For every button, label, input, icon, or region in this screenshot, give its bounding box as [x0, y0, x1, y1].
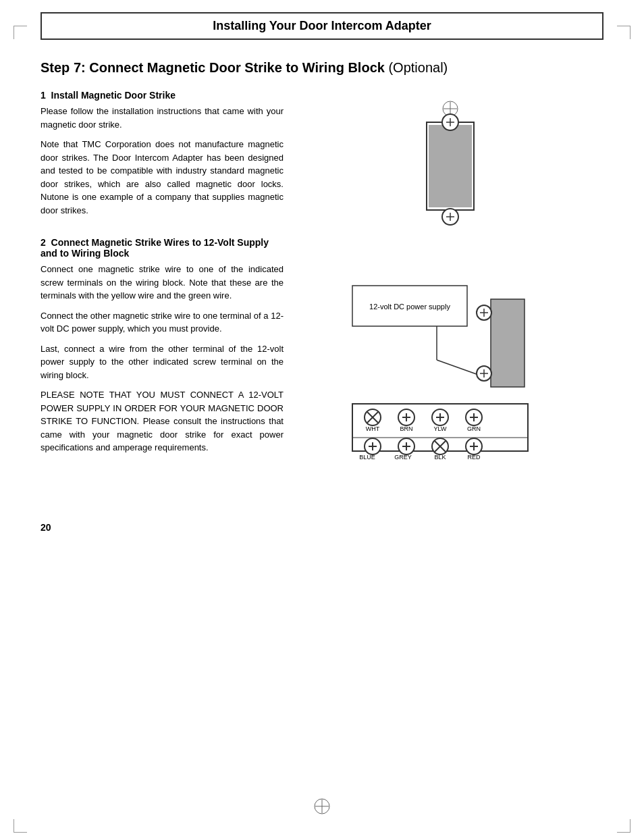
diagram-door [390, 97, 511, 259]
diagram-wiring: 12-volt DC power supply [349, 272, 552, 509]
page-number: 20 [41, 522, 603, 533]
section-1-para1: Please follow the installation instructi… [41, 105, 284, 131]
svg-text:BLUE: BLUE [359, 454, 375, 461]
text-column: 1 Install Magnetic Door Strike Please fo… [41, 90, 284, 509]
section-1-para2: Note that TMC Corporation does not manuf… [41, 138, 284, 217]
section-2-para1: Connect one magnetic strike wire to one … [41, 263, 284, 303]
page: Installing Your Door Intercom Adapter St… [0, 12, 644, 834]
page-title: Installing Your Door Intercom Adapter [55, 19, 589, 33]
section-2-label: Connect Magnetic Strike Wires to 12-Volt… [41, 237, 269, 259]
section-1: 1 Install Magnetic Door Strike Please fo… [41, 90, 284, 217]
section-2-para3: Last, connect a wire from the other term… [41, 342, 284, 382]
svg-text:WHT: WHT [366, 425, 380, 432]
step-bold: Step 7: Connect Magnetic Door Strike to … [41, 60, 385, 75]
svg-text:BRN: BRN [400, 425, 412, 432]
section-2: 2 Connect Magnetic Strike Wires to 12-Vo… [41, 237, 284, 454]
header-bar: Installing Your Door Intercom Adapter [41, 12, 603, 40]
svg-rect-4 [429, 125, 472, 207]
section-2-para4: PLEASE NOTE THAT YOU MUST CONNECT A 12-V… [41, 388, 284, 454]
step-normal: (Optional) [385, 60, 448, 75]
svg-text:GREY: GREY [394, 454, 412, 461]
section-1-number: 1 [41, 90, 46, 101]
svg-text:GRN: GRN [467, 425, 481, 432]
section-1-label: Install Magnetic Door Strike [51, 90, 176, 101]
step-heading: Step 7: Connect Magnetic Door Strike to … [41, 59, 603, 76]
section-2-number: 2 [41, 237, 46, 248]
corner-mark-br [617, 819, 630, 833]
content-area: 1 Install Magnetic Door Strike Please fo… [41, 90, 603, 509]
svg-text:YLW: YLW [434, 425, 447, 432]
corner-mark-tl [14, 26, 27, 39]
corner-mark-tr [617, 26, 630, 39]
svg-rect-15 [491, 299, 525, 387]
svg-text:12-volt DC power supply: 12-volt DC power supply [369, 303, 450, 311]
section-1-title: 1 Install Magnetic Door Strike [41, 90, 284, 101]
section-2-title: 2 Connect Magnetic Strike Wires to 12-Vo… [41, 237, 284, 259]
svg-text:BLK: BLK [434, 454, 446, 461]
diagram-column: 12-volt DC power supply [284, 90, 603, 509]
bottom-reg-mark [312, 796, 332, 819]
corner-mark-bl [14, 819, 27, 833]
section-2-para2: Connect the other magnetic strike wire t… [41, 309, 284, 336]
svg-text:RED: RED [467, 454, 481, 461]
